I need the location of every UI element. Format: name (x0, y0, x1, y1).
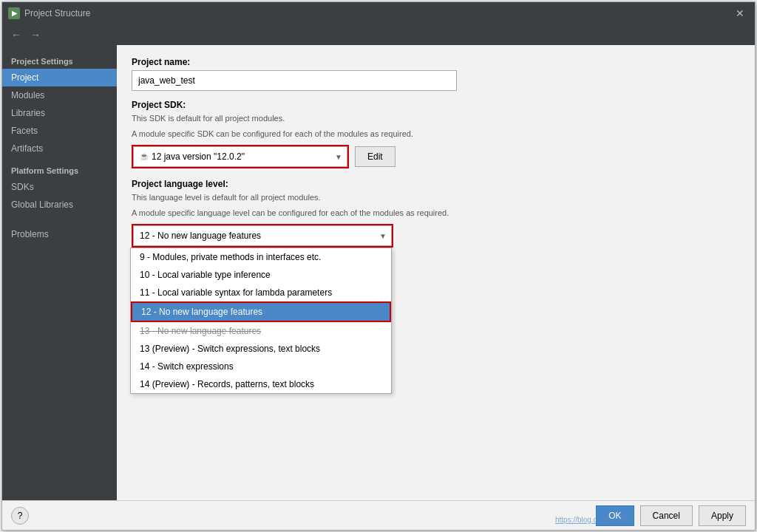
watermark-text: https://blog.cs... (555, 516, 607, 524)
sdk-dropdown-arrow: ▼ (335, 152, 342, 160)
close-button[interactable]: ✕ (731, 6, 749, 21)
lang-description-1: This language level is default for all p… (132, 192, 740, 203)
forward-button[interactable]: → (27, 27, 44, 42)
app-icon: ▶ (8, 7, 20, 19)
lang-level-label: Project language level: (132, 179, 740, 189)
cancel-button[interactable]: Cancel (640, 505, 693, 526)
sidebar-item-libraries[interactable]: Libraries (2, 104, 117, 122)
content-area: Project Settings Project Modules Librari… (2, 45, 755, 500)
project-structure-dialog: ▶ Project Structure ✕ ← → Project Settin… (1, 1, 756, 531)
lang-dropdown-popup: 9 - Modules, private methods in interfac… (130, 248, 392, 394)
lang-option-10[interactable]: 10 - Local variable type inference (131, 266, 391, 284)
platform-settings-label: Platform Settings (2, 157, 117, 178)
sidebar-item-project[interactable]: Project (2, 69, 117, 86)
sdk-icon: ☕ (140, 152, 149, 160)
sidebar-item-modules[interactable]: Modules (2, 86, 117, 104)
sidebar: Project Settings Project Modules Librari… (2, 45, 117, 500)
title-bar: ▶ Project Structure ✕ (2, 2, 755, 24)
sidebar-item-facets[interactable]: Facets (2, 122, 117, 140)
sdk-row: ☕ 12 java version "12.0.2" ▼ Edit (132, 145, 740, 168)
sdk-selected-value: 12 java version "12.0.2" (152, 151, 245, 162)
lang-dropdown-arrow: ▼ (379, 231, 387, 239)
project-sdk-label: Project SDK: (132, 100, 740, 110)
sdk-dropdown-wrapper: ☕ 12 java version "12.0.2" ▼ (132, 145, 349, 168)
bottom-bar: ? https://blog.cs... OK Cancel Apply (2, 500, 755, 530)
lang-option-14[interactable]: 14 - Switch expressions (131, 358, 391, 375)
sdk-description-1: This SDK is default for all project modu… (132, 113, 740, 124)
bottom-buttons: https://blog.cs... OK Cancel Apply (596, 505, 746, 526)
help-button[interactable]: ? (11, 507, 29, 525)
edit-sdk-button[interactable]: Edit (355, 146, 396, 167)
lang-section: Project language level: This language le… (132, 179, 740, 248)
lang-option-11[interactable]: 11 - Local variable syntax for lambda pa… (131, 284, 391, 301)
lang-option-13-preview[interactable]: 13 (Preview) - Switch expressions, text … (131, 340, 391, 358)
sdk-dropdown[interactable]: ☕ 12 java version "12.0.2" ▼ (133, 146, 347, 167)
nav-bar: ← → (2, 24, 755, 45)
lang-option-9[interactable]: 9 - Modules, private methods in interfac… (131, 248, 391, 266)
title-bar-left: ▶ Project Structure (8, 7, 90, 19)
lang-option-13[interactable]: 13 - No new language features (131, 322, 391, 340)
sidebar-item-artifacts[interactable]: Artifacts (2, 140, 117, 157)
sidebar-item-sdks[interactable]: SDKs (2, 178, 117, 196)
lang-option-12[interactable]: 12 - No new language features (131, 301, 391, 322)
apply-button[interactable]: Apply (699, 505, 746, 526)
lang-dropdown[interactable]: 12 - No new language features ▼ (133, 225, 392, 246)
lang-dropdown-wrapper: 12 - No new language features ▼ (132, 224, 393, 248)
sidebar-item-global-libraries[interactable]: Global Libraries (2, 196, 117, 214)
lang-option-14-preview[interactable]: 14 (Preview) - Records, patterns, text b… (131, 375, 391, 393)
project-settings-label: Project Settings (2, 51, 117, 69)
main-content: Project name: Project SDK: This SDK is d… (117, 45, 755, 500)
sidebar-item-problems[interactable]: Problems (2, 225, 117, 243)
project-name-label: Project name: (132, 57, 740, 67)
project-name-input[interactable] (132, 70, 457, 91)
dialog-title: Project Structure (24, 8, 90, 18)
back-button[interactable]: ← (8, 27, 24, 42)
lang-description-2: A module specific language level can be … (132, 208, 740, 219)
sdk-description-2: A module specific SDK can be configured … (132, 129, 740, 140)
lang-selected-value: 12 - No new language features (140, 231, 261, 241)
